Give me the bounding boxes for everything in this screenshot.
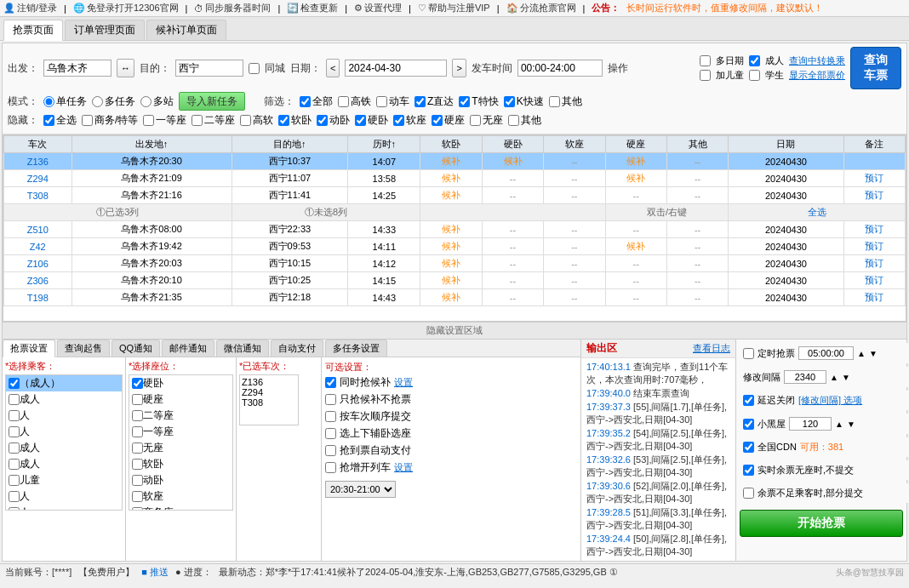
tab-query-sale[interactable]: 查询起售 (57, 340, 110, 357)
interval-spinner-down[interactable]: ▼ (842, 373, 850, 382)
table-row[interactable]: Z510 乌鲁木齐08:00 西宁22:33 14:33 候补 -- -- --… (4, 221, 906, 238)
import-task-btn[interactable]: 导入新任务 (179, 92, 245, 111)
adult-checkbox[interactable] (749, 55, 760, 66)
tab-wechat-notify[interactable]: 微信通知 (216, 340, 269, 357)
train-link[interactable]: Z106 (27, 259, 49, 269)
col-ruanzuo[interactable]: 软座 (544, 136, 605, 153)
filter-t[interactable]: T特快 (459, 94, 498, 109)
mode-single[interactable]: 单任务 (43, 94, 87, 109)
proxy-btn[interactable]: ⚙ 设置代理 (354, 2, 402, 14)
passenger-item[interactable]: 成人 (6, 440, 122, 456)
seat-item[interactable]: 动卧 (129, 472, 232, 488)
section-divider[interactable]: 隐藏设置区域 (3, 322, 906, 340)
mode-multi[interactable]: 多任务 (92, 94, 135, 109)
tab-email-notify[interactable]: 邮件通知 (162, 340, 214, 357)
find-transfer-link[interactable]: 查询中转换乘 (789, 54, 845, 67)
same-city-checkbox[interactable] (249, 63, 260, 74)
set-link2[interactable]: 设置 (394, 461, 413, 474)
option-backup-only[interactable]: 只抢候补不抢票 (325, 392, 577, 407)
time-spinner-down[interactable]: ▼ (869, 349, 878, 358)
hide-dongwo[interactable]: 动卧 (317, 113, 350, 128)
passenger-item[interactable]: （成人） (6, 375, 122, 391)
interval-input[interactable] (784, 370, 826, 384)
tab-qq-notify[interactable]: QQ通知 (111, 340, 160, 357)
filter-all[interactable]: 全部 (300, 94, 333, 109)
student-checkbox[interactable] (749, 70, 760, 81)
set-link[interactable]: 设置 (394, 376, 413, 389)
login-btn[interactable]: 👤 注销/登录 (3, 2, 57, 14)
col-to[interactable]: 目的地↑ (232, 136, 348, 153)
train-list-item[interactable]: Z136 (242, 377, 296, 387)
passenger-item[interactable]: 人 (6, 408, 122, 424)
seat-item[interactable]: 硬卧 (129, 375, 232, 391)
partial-checkbox[interactable] (743, 488, 754, 499)
table-row[interactable]: Z106 乌鲁木齐20:03 西宁10:15 14:12 候补 -- -- --… (4, 255, 906, 272)
hide-ruanzuo[interactable]: 软座 (393, 113, 426, 128)
tab-order-manage[interactable]: 订单管理页面 (65, 20, 145, 40)
hide-yingwo[interactable]: 硬卧 (355, 113, 388, 128)
hide-ruanwo[interactable]: 软卧 (278, 113, 312, 128)
col-ruanwo[interactable]: 软卧 (420, 136, 482, 153)
filter-other[interactable]: 其他 (549, 94, 582, 109)
col-date[interactable]: 日期 (729, 136, 843, 153)
delay-option-link[interactable]: [修改间隔] 选项 (798, 394, 862, 407)
train-link[interactable]: Z510 (27, 225, 49, 235)
option-upper-lower[interactable]: 选上下辅卧选座 (325, 426, 577, 441)
tab-auto-pay[interactable]: 自动支付 (271, 340, 323, 357)
output-log[interactable]: 17:40:13.1 查询完毕，查到11个车次，本次查询用时:707毫秒， 17… (581, 358, 735, 561)
hide-yingzuo[interactable]: 硬座 (432, 113, 465, 128)
table-row[interactable]: T198 乌鲁木齐21:35 西宁12:18 14:43 候补 -- -- --… (4, 289, 906, 306)
table-row[interactable]: Z136 乌鲁木齐20:30 西宁10:37 14:07 候补 候补 -- 候补… (4, 153, 906, 170)
col-train[interactable]: 车次 (4, 136, 72, 153)
seat-item[interactable]: 软座 (129, 488, 232, 505)
col-yingzuo[interactable]: 硬座 (605, 136, 666, 153)
train-link[interactable]: T198 (27, 293, 49, 303)
train-list[interactable]: Z136 Z294 T308 (239, 374, 299, 425)
seat-item[interactable]: 软卧 (129, 456, 232, 472)
from-input[interactable] (43, 60, 111, 77)
table-row[interactable]: Z42 乌鲁木齐19:42 西宁09:53 14:11 候补 -- -- 候补 … (4, 238, 906, 255)
seat-item[interactable]: 一等座 (129, 424, 232, 440)
train-table-wrapper[interactable]: 车次 出发地↑ 目的地↑ 历时↑ 软卧 硬卧 软座 硬座 其他 日期 备注 Z1… (3, 134, 906, 322)
cdn-checkbox[interactable] (743, 442, 754, 453)
filter-z[interactable]: Z直达 (414, 94, 454, 109)
show-all-price-link[interactable]: 显示全部票价 (789, 69, 845, 82)
check-update-btn[interactable]: 🔄 检查更新 (287, 2, 338, 14)
start-grab-btn[interactable]: 开始抢票 (740, 510, 903, 537)
train-list-item[interactable]: T308 (242, 397, 296, 408)
hide-gaoruan[interactable]: 高软 (240, 113, 273, 128)
add-child-checkbox[interactable] (700, 70, 711, 81)
push-btn[interactable]: ■ 推送 (141, 566, 169, 579)
table-row[interactable]: Z306 乌鲁木齐20:10 西宁10:25 14:15 候补 -- -- --… (4, 272, 906, 289)
train-link[interactable]: T308 (27, 191, 49, 201)
to-input[interactable] (175, 60, 243, 77)
tab-grab-ticket[interactable]: 抢票页面 (3, 20, 63, 41)
option-order-submit[interactable]: 按车次顺序提交 (325, 409, 577, 424)
next-date-btn[interactable]: > (452, 59, 466, 77)
train-link[interactable]: Z294 (27, 174, 49, 184)
query-btn[interactable]: 查询车票 (850, 47, 901, 89)
passenger-item[interactable]: 成人 (6, 391, 122, 408)
hide-vip[interactable]: 商务/特等 (82, 113, 138, 128)
mode-multistation[interactable]: 多站 (140, 94, 174, 109)
blacklist-input[interactable] (789, 417, 832, 431)
timed-grab-time[interactable] (798, 346, 854, 360)
timed-grab-checkbox[interactable] (743, 348, 754, 359)
tab-waitlist[interactable]: 候补订单页面 (146, 20, 226, 40)
sync-time-btn[interactable]: ⏱ 同步服务器时间 (194, 2, 271, 14)
col-from[interactable]: 出发地↑ (71, 136, 232, 153)
option-simultaneous-backup[interactable]: 同时抢候补 设置 (325, 375, 577, 390)
col-other[interactable]: 其他 (666, 136, 728, 153)
option-extra-train[interactable]: 抢增开列车 设置 (325, 460, 577, 475)
passenger-item[interactable]: 成人 (6, 456, 122, 472)
select-all-link[interactable]: 全选 (729, 204, 906, 221)
train-link[interactable]: Z136 (27, 157, 49, 167)
filter-k[interactable]: K快速 (504, 94, 544, 109)
hide-wuzuo[interactable]: 无座 (470, 113, 503, 128)
train-link[interactable]: Z306 (27, 276, 49, 286)
hide-second[interactable]: 二等座 (192, 113, 235, 128)
filter-gaotie[interactable]: 高铁 (338, 94, 371, 109)
date-input[interactable] (345, 60, 447, 77)
col-note[interactable]: 备注 (843, 136, 905, 153)
passenger-item[interactable]: 人 (6, 505, 122, 511)
